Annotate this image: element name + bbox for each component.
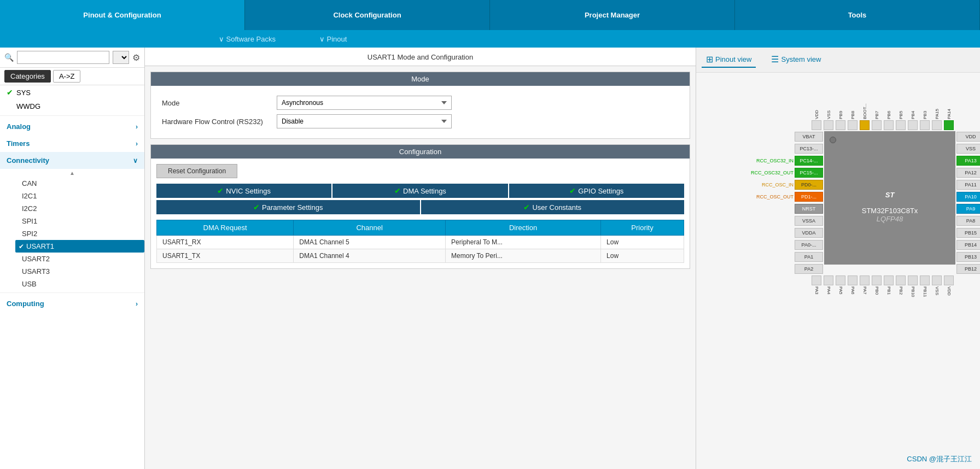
bottom-pin-pa6: PA6 (847, 275, 858, 316)
sidebar-item-usb[interactable]: USB (15, 278, 144, 290)
mode-panel: Mode Mode Asynchronous Hardware Flow Con… (150, 72, 690, 139)
mode-panel-body: Mode Asynchronous Hardware Flow Control … (151, 86, 690, 138)
dma-settings-tab[interactable]: ✔ DMA Settings (332, 184, 508, 198)
chip-logo: ST (885, 173, 895, 202)
dma-priority-tx: Low (601, 249, 684, 263)
col-direction: Direction (446, 220, 601, 236)
check-icon-dma: ✔ (394, 186, 401, 195)
tab-categories[interactable]: Categories (4, 70, 51, 83)
table-row[interactable]: USART1_TX DMA1 Channel 4 Memory To Peri.… (157, 249, 684, 263)
sidebar-item-spi2[interactable]: SPI2 (15, 227, 144, 240)
dma-request-rx: USART1_RX (157, 236, 294, 249)
right-pin-pa13: PA13 SYS_JTMS-SWDIO (956, 155, 980, 166)
parameter-settings-tab[interactable]: ✔ Parameter Settings (156, 200, 420, 214)
tab-atoz[interactable]: A->Z (53, 70, 81, 83)
chevron-right-icon: › (136, 123, 138, 131)
top-pin-pb9: PB9 (835, 89, 846, 130)
nav-project-manager[interactable]: Project Manager (490, 0, 735, 30)
right-pins: VDD VSS PA13 SYS_JTMS-SWDIO PA12 (956, 131, 980, 274)
right-pin-pa12: PA12 (956, 167, 980, 178)
left-pin-pc13: PC13-... (755, 143, 823, 154)
settings-gear-icon[interactable]: ⚙ (132, 52, 140, 63)
right-pin-pb15: PB15 (956, 227, 980, 238)
chip-notch (830, 137, 836, 143)
nav-tools[interactable]: Tools (735, 0, 980, 30)
chip-name: STM32F103C8Tx (862, 206, 918, 215)
dma-direction-rx: Peripheral To M... (446, 236, 601, 249)
bottom-pin-pb2: PB2 (895, 275, 906, 316)
view-tabs: ⊞ Pinout view ☰ System view (696, 48, 980, 73)
gpio-settings-tab[interactable]: ✔ GPIO Settings (509, 184, 684, 198)
left-pin-pa0: PA0-... (755, 239, 823, 250)
top-pin-pb5: PB5 (895, 89, 906, 130)
content-area: USART1 Mode and Configuration Mode Mode … (145, 48, 696, 469)
right-pin-pb13: PB13 (956, 251, 980, 262)
dma-channel-rx: DMA1 Channel 5 (294, 236, 446, 249)
reset-config-button[interactable]: Reset Configuration (156, 164, 237, 178)
sidebar-category-connectivity[interactable]: Connectivity ∨ (0, 152, 144, 169)
scroll-up-arrow[interactable]: ▲ (0, 169, 144, 177)
left-pin-vdda: VDDA (755, 227, 823, 238)
sidebar-item-sys[interactable]: ✔ SYS (0, 85, 144, 99)
hwflow-select[interactable]: Disable (277, 114, 452, 128)
sidebar-item-spi1[interactable]: SPI1 (15, 215, 144, 227)
nvic-settings-tab[interactable]: ✔ NVIC Settings (156, 184, 331, 198)
left-pin-vbat: VBAT (755, 131, 823, 142)
sidebar-item-i2c2[interactable]: I2C2 (15, 202, 144, 215)
left-pin-pa1: PA1 (755, 251, 823, 262)
search-dropdown[interactable] (113, 51, 129, 64)
sidebar-item-i2c1[interactable]: I2C1 (15, 190, 144, 202)
dma-table: DMA Request Channel Direction Priority U… (156, 220, 684, 263)
left-pins: VBAT PC13-... RCC_OSC32_IN PC14-... RCC_… (751, 131, 823, 274)
top-pin-pb7: PB7 (871, 89, 882, 130)
list-icon: ☰ (771, 54, 779, 65)
chevron-right-icon: › (136, 140, 138, 148)
sidebar-item-wwdg[interactable]: WWDG (0, 99, 144, 113)
grid-icon: ⊞ (706, 54, 713, 65)
bottom-pin-pb10: PB10 (907, 275, 918, 316)
sidebar: 🔍 ⚙ Categories A->Z ✔ SYS WWDG Analog (0, 48, 145, 469)
nav-clock-config[interactable]: Clock Configuration (245, 0, 490, 30)
divider-1 (0, 115, 144, 116)
top-pin-pb8: PB8 (847, 89, 858, 130)
bottom-pin-pa7: PA7 (859, 275, 870, 316)
right-pin-pa11: PA11 (956, 179, 980, 190)
mode-form-row: Mode Asynchronous (162, 96, 679, 110)
mode-label: Mode (162, 99, 271, 107)
system-view-tab[interactable]: ☰ System view (767, 52, 825, 68)
bottom-pin-pb11: PB11 (919, 275, 930, 316)
user-constants-tab[interactable]: ✔ User Constants (421, 200, 685, 214)
sidebar-category-analog[interactable]: Analog › (0, 118, 144, 135)
top-pin-pb3: PB3 (919, 89, 930, 130)
top-pin-vdd: VDD (811, 89, 822, 130)
sidebar-category-timers[interactable]: Timers › (0, 135, 144, 152)
bottom-pin-pb1: PB1 (883, 275, 894, 316)
sidebar-item-usart3[interactable]: USART3 (15, 265, 144, 278)
chevron-down-icon: ∨ (133, 157, 138, 165)
table-row[interactable]: USART1_RX DMA1 Channel 5 Peripheral To M… (157, 236, 684, 249)
main-layout: 🔍 ⚙ Categories A->Z ✔ SYS WWDG Analog (0, 48, 980, 469)
mode-select[interactable]: Asynchronous (277, 96, 452, 110)
sidebar-item-usart1[interactable]: ✔ USART1 (15, 240, 144, 253)
pinout-view-tab[interactable]: ⊞ Pinout view (702, 52, 756, 68)
top-pin-pa14: PA14 (943, 89, 954, 130)
check-icon-gpio: ✔ (569, 186, 576, 195)
sidebar-item-usart2[interactable]: USART2 (15, 253, 144, 265)
right-pin-pb12: PB12 (956, 263, 980, 274)
check-icon-param: ✔ (253, 203, 260, 212)
secondary-navigation: ∨ Software Packs ∨ Pinout (0, 30, 980, 48)
top-pin-vss: VSS (823, 89, 834, 130)
search-input[interactable] (17, 51, 109, 64)
left-pin-pd1: RCC_OSC_OUT PD1-... (755, 191, 823, 202)
sidebar-category-computing[interactable]: Computing › (0, 295, 144, 312)
bottom-pin-pb0: PB0 (871, 275, 882, 316)
right-pin-pa8: PA8 (956, 215, 980, 226)
config-panel: Configuration Reset Configuration ✔ NVIC… (150, 144, 690, 269)
sidebar-item-can[interactable]: CAN (15, 177, 144, 190)
nav-pinout-config[interactable]: Pinout & Configuration (0, 0, 245, 30)
pinout-link[interactable]: ∨ Pinout (319, 35, 347, 43)
check-icon-user: ✔ (523, 203, 530, 212)
connectivity-sub-items: CAN I2C1 I2C2 SPI1 SPI2 ✔ USART1 USART2 … (0, 177, 144, 290)
left-pin-pc14: RCC_OSC32_IN PC14-... (755, 155, 823, 166)
software-packs-link[interactable]: ∨ Software Packs (219, 35, 276, 43)
